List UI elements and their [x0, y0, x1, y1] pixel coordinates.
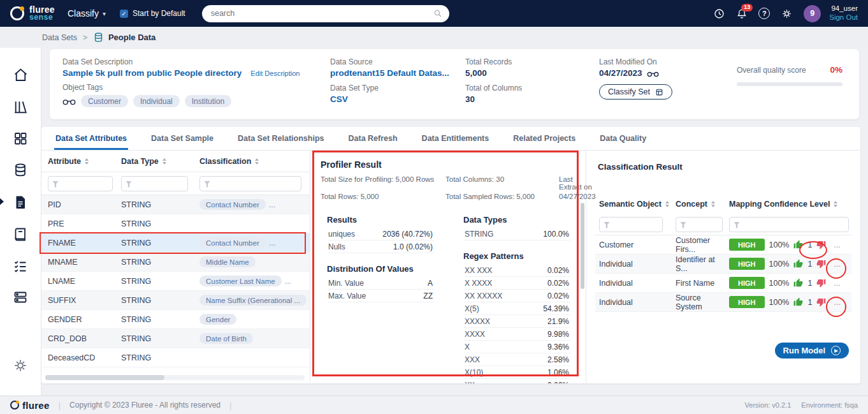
thumbs-down-icon[interactable]	[816, 259, 826, 269]
page-footer: fluree | Copyright © 2023 Fluree - All r…	[0, 396, 868, 414]
more-menu[interactable]: ...	[269, 200, 275, 209]
attribute-filter-input[interactable]	[48, 176, 113, 191]
data-set-type-value: CSV	[330, 94, 465, 104]
more-menu[interactable]: ...	[834, 279, 840, 288]
run-model-button[interactable]: Run Model ▶	[775, 343, 849, 359]
regex-row: XX0.66%	[463, 379, 570, 383]
classification-pill: Contact Number	[199, 199, 266, 210]
regex-row: XXXX9.98%	[463, 328, 570, 341]
more-menu[interactable]: ...	[834, 260, 840, 269]
table-row-gender[interactable]: GENDER STRING Gender	[41, 310, 310, 329]
footer-fluree-logo: fluree	[10, 400, 50, 411]
tab-data-refresh[interactable]: Data Refresh	[348, 127, 397, 150]
settings-gear-icon[interactable]	[781, 8, 793, 20]
table-row-suffix[interactable]: SUFFIX STRING Name Suffix (Generational …	[41, 291, 310, 310]
sidebar-home-icon[interactable]	[11, 67, 29, 83]
column-header-concept[interactable]: Concept	[676, 200, 729, 209]
semantic-object-filter-input[interactable]	[599, 217, 663, 232]
footer-divider: |	[229, 401, 231, 410]
tab-bar: Data Set Attributes Data Set Sample Data…	[41, 127, 860, 151]
checkbox-label: Start by Default	[133, 9, 185, 18]
column-header-data-type[interactable]: Data Type	[121, 157, 199, 166]
regex-row: X9.36%	[463, 341, 570, 353]
fluree-sense-logo[interactable]: fluree sense	[10, 6, 55, 21]
user-avatar[interactable]: 9	[804, 5, 821, 22]
profiler-meta: Total Size for Profiling: 5,000 Rows Tot…	[321, 175, 575, 200]
concept-filter-input[interactable]	[676, 217, 723, 232]
tab-related-projects[interactable]: Related Projects	[513, 127, 575, 150]
regex-patterns-heading: Regex Patterns	[463, 251, 570, 261]
thumbs-down-icon[interactable]	[816, 278, 826, 288]
sidebar-book-icon[interactable]	[11, 226, 29, 242]
table-row-deceasedcd[interactable]: DeceasedCD STRING	[41, 348, 310, 367]
confidence-filter-input[interactable]	[729, 217, 849, 232]
total-columns-label: Total of Columns	[465, 84, 599, 92]
more-menu[interactable]: ...	[285, 277, 291, 286]
classify-set-button[interactable]: Classify Set	[599, 84, 672, 100]
tab-data-quality[interactable]: Data Quality	[600, 127, 646, 150]
classify-dropdown[interactable]: Classify ▾	[68, 8, 106, 18]
table-row-crd-dob[interactable]: CRD_DOB STRING Date of Birth	[41, 329, 310, 348]
horizontal-scrollbar[interactable]	[45, 375, 305, 380]
total-columns-value: 30	[465, 94, 599, 104]
data-type-filter-input[interactable]	[121, 176, 188, 191]
tab-data-set-sample[interactable]: Data Set Sample	[151, 127, 213, 150]
table-row-fname-selected[interactable]: FNAME STRING Contact Number...	[41, 233, 310, 253]
sidebar-database-icon[interactable]	[11, 162, 29, 178]
classification-pill: Date of Birth	[199, 333, 253, 344]
stat-row: Min. ValueA	[327, 277, 434, 290]
search-input[interactable]	[202, 5, 449, 22]
regex-row: XX XXXXX0.02%	[463, 290, 570, 302]
column-header-confidence[interactable]: Mapping Confidence Level	[729, 200, 851, 209]
table-row-mname[interactable]: MNAME STRING Middle Name	[41, 253, 310, 272]
sign-out-link[interactable]: Sign Out	[829, 13, 858, 22]
table-row-lname[interactable]: LNAME STRING Customer Last Name...	[41, 272, 310, 291]
thumbs-up-icon[interactable]	[793, 297, 803, 307]
thumbs-up-icon[interactable]	[793, 240, 803, 249]
thumbs-up-icon[interactable]	[793, 278, 803, 288]
table-row-pre[interactable]: PRE STRING	[41, 214, 310, 233]
sidebar-data-set-document-icon[interactable]	[11, 194, 29, 211]
thumbs-up-icon[interactable]	[793, 259, 803, 269]
vertical-scrollbar[interactable]	[581, 203, 584, 289]
profiler-title: Profiler Result	[321, 159, 575, 170]
classification-row-source-system[interactable]: Individual Source System HIGH 100% 1 ...	[595, 293, 851, 312]
column-header-semantic-object[interactable]: Semantic Object	[599, 200, 676, 209]
profiler-total-size: Total Size for Profiling: 5,000 Rows	[321, 175, 445, 191]
sidebar-library-icon[interactable]	[11, 99, 29, 115]
classification-row-customer[interactable]: Customer Customer Firs... HIGH 100% 1 ..…	[595, 235, 851, 255]
sidebar-grid-icon[interactable]	[11, 131, 29, 146]
more-menu[interactable]: ...	[269, 239, 275, 248]
classification-row-first-name[interactable]: Individual First Name HIGH 100% 1 ...	[595, 274, 851, 293]
table-row-pid[interactable]: PID STRING Contact Number...	[41, 195, 310, 214]
tab-data-set-relationships[interactable]: Data Set Relationships	[238, 127, 324, 150]
column-header-classification[interactable]: Classification	[199, 157, 310, 166]
classification-pill: Name Suffix (Generational ...	[199, 295, 307, 306]
tab-data-entitlements[interactable]: Data Entitlements	[422, 127, 489, 150]
history-clock-icon[interactable]	[713, 8, 725, 20]
regex-row: X(10)1.06%	[463, 366, 570, 379]
thumbs-down-icon[interactable]	[816, 297, 826, 307]
classification-filter-input[interactable]	[199, 176, 301, 191]
more-menu[interactable]: ...	[834, 240, 840, 249]
play-icon: ▶	[831, 346, 841, 355]
thumbs-down-icon[interactable]	[816, 240, 826, 249]
edit-description-link[interactable]: Edit Description	[250, 70, 300, 77]
database-icon	[93, 32, 104, 43]
help-icon[interactable]: ?	[758, 8, 770, 19]
classification-filter-row	[595, 214, 851, 235]
more-menu[interactable]: ...	[834, 298, 840, 307]
glasses-icon	[647, 70, 659, 77]
breadcrumb-data-sets-link[interactable]: Data Sets	[42, 33, 77, 42]
sidebar-checklist-icon[interactable]	[11, 258, 29, 274]
scrollbar-thumb[interactable]	[45, 375, 164, 380]
notifications-bell-icon[interactable]: 13	[736, 8, 748, 20]
column-header-attribute[interactable]: Attribute	[48, 157, 121, 166]
sidebar-settings-gear-icon[interactable]	[11, 357, 29, 374]
classification-row-identifier[interactable]: Individual Identifier at S... HIGH 100% …	[595, 255, 851, 274]
start-by-default-checkbox[interactable]: ✓ Start by Default	[120, 9, 185, 18]
classification-title: Classification Result	[598, 162, 849, 172]
tab-data-set-attributes[interactable]: Data Set Attributes	[55, 127, 127, 150]
sidebar-server-icon[interactable]	[11, 290, 29, 305]
quality-score-label: Overall quality score	[737, 66, 806, 75]
